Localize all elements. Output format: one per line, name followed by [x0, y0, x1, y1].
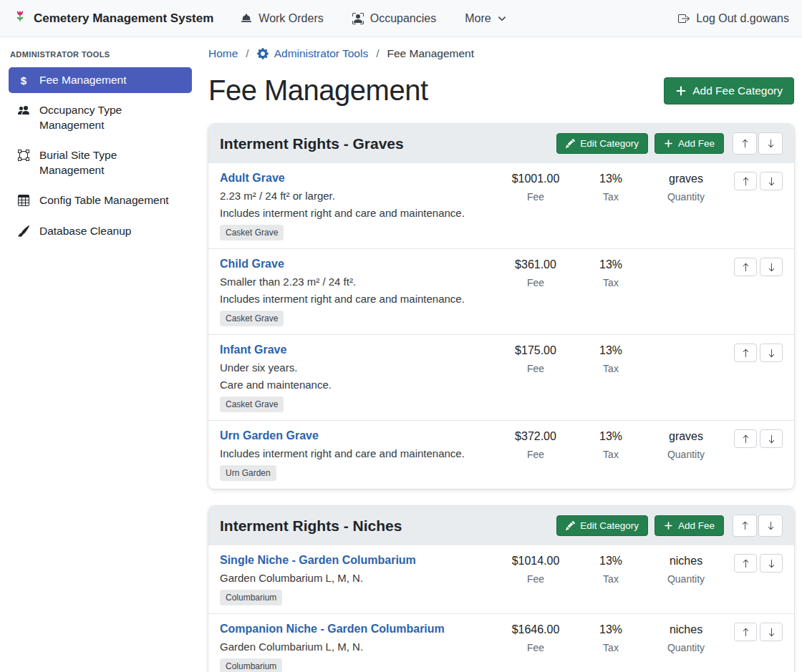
fee-type-badge: Columbarium — [220, 658, 282, 672]
fee-tax-col: 13% Tax — [575, 623, 647, 672]
fee-descriptions: Garden Columbarium L, M, N. — [220, 641, 496, 653]
sidebar-item-burial-site-type-management[interactable]: Burial Site Type Management — [9, 142, 192, 183]
move-category-down-button[interactable] — [758, 132, 783, 155]
table-icon — [17, 195, 30, 206]
main-content: Home / Administrator Tools / Fee Managem… — [200, 37, 802, 672]
arrow-down-icon — [767, 263, 776, 272]
nav-item-more[interactable]: More — [465, 12, 506, 25]
fee-amount-value: $361.00 — [496, 258, 575, 272]
arrow-down-icon — [767, 559, 776, 568]
move-fee-down-button[interactable] — [760, 554, 783, 573]
page-title: Fee Management — [208, 74, 428, 107]
move-category-down-button[interactable] — [758, 515, 783, 537]
breadcrumb: Home / Administrator Tools / Fee Managem… — [208, 47, 794, 60]
move-fee-up-button[interactable] — [734, 429, 757, 448]
arrow-down-icon — [766, 521, 776, 530]
plus-icon — [675, 85, 687, 97]
move-fee-down-button[interactable] — [760, 429, 783, 448]
fee-amount-value: $372.00 — [496, 429, 575, 444]
arrow-down-icon — [767, 177, 776, 186]
fee-amount-col: $1646.00 Fee — [496, 623, 575, 672]
sidebar: Administrator Tools $ Fee Management Occ… — [0, 37, 200, 672]
fee-name-link[interactable]: Infant Grave — [220, 344, 286, 356]
pencil-icon — [566, 521, 575, 530]
fee-reorder-group — [725, 623, 783, 672]
arrow-up-icon — [741, 263, 750, 272]
fee-description: Includes interment right and care and ma… — [220, 207, 496, 219]
fee-main: Child Grave Smaller than 2.23 m² / 24 ft… — [220, 258, 496, 326]
plus-icon — [664, 139, 673, 148]
edit-category-button[interactable]: Edit Category — [556, 515, 648, 536]
sidebar-heading: Administrator Tools — [10, 50, 190, 59]
add-fee-button[interactable]: Add Fee — [654, 133, 724, 154]
move-fee-down-button[interactable] — [760, 344, 783, 362]
plus-icon — [664, 521, 673, 530]
fee-description: Garden Columbarium L, M, N. — [220, 641, 496, 653]
category-title: Interment Rights - Graves — [220, 135, 556, 152]
fee-quantity-col: graves Quantity — [647, 172, 725, 240]
fee-amount-col: $1001.00 Fee — [496, 172, 575, 240]
fee-row: Companion Niche - Garden Columbarium Gar… — [208, 613, 794, 672]
sidebar-item-config-table-management[interactable]: Config Table Management — [9, 188, 192, 213]
add-fee-category-button[interactable]: Add Fee Category — [664, 77, 794, 104]
fee-amount-value: $1014.00 — [496, 554, 575, 568]
fee-reorder-group — [725, 429, 783, 481]
fee-tax-value: 13% — [575, 429, 647, 444]
fee-amount-value: $175.00 — [496, 344, 575, 358]
fee-list: Single Niche - Garden Columbarium Garden… — [208, 545, 794, 672]
move-fee-up-button[interactable] — [734, 554, 757, 573]
edit-category-label: Edit Category — [580, 520, 639, 531]
sidebar-item-occupancy-type-management[interactable]: Occupancy Type Management — [9, 97, 192, 138]
move-fee-down-button[interactable] — [760, 258, 783, 276]
fee-descriptions: Under six years.Care and maintenance. — [220, 361, 496, 391]
arrow-up-icon — [740, 139, 750, 148]
arrow-down-icon — [766, 139, 776, 148]
bounding-box-icon — [17, 150, 30, 161]
fee-quantity-label: Quantity — [647, 573, 725, 585]
move-fee-up-button[interactable] — [734, 344, 757, 362]
fee-name-link[interactable]: Companion Niche - Garden Columbarium — [220, 623, 445, 636]
move-fee-down-button[interactable] — [760, 172, 783, 190]
add-fee-label: Add Fee — [678, 138, 715, 149]
sidebar-item-label: Burial Site Type Management — [39, 148, 183, 177]
breadcrumb-admin-tools-link[interactable]: Administrator Tools — [257, 47, 369, 60]
fee-reorder-group — [725, 258, 783, 326]
nav-item-occupancies[interactable]: Occupancies — [352, 12, 437, 25]
fee-name-link[interactable]: Adult Grave — [220, 172, 285, 185]
arrow-down-icon — [767, 434, 776, 444]
app-title: Cemetery Management System — [34, 11, 213, 26]
sidebar-item-label: Fee Management — [39, 73, 127, 87]
fee-tax-value: 13% — [575, 623, 647, 637]
pencil-icon — [566, 139, 575, 148]
sidebar-item-fee-management[interactable]: $ Fee Management — [9, 67, 192, 93]
arrow-up-icon — [740, 521, 750, 530]
nav-item-work-orders[interactable]: Work Orders — [241, 12, 323, 25]
move-fee-down-button[interactable] — [760, 623, 783, 641]
breadcrumb-home-link[interactable]: Home — [208, 47, 238, 60]
edit-category-button[interactable]: Edit Category — [556, 133, 648, 154]
fee-name-link[interactable]: Single Niche - Garden Columbarium — [220, 554, 416, 567]
fee-name-link[interactable]: Child Grave — [220, 258, 284, 271]
move-fee-up-button[interactable] — [734, 258, 757, 276]
fee-amount-label: Fee — [496, 449, 575, 460]
move-fee-up-button[interactable] — [734, 172, 757, 190]
fee-quantity-col: niches Quantity — [647, 623, 725, 672]
move-category-up-button[interactable] — [733, 132, 757, 155]
fee-tax-col: 13% Tax — [575, 554, 647, 605]
fee-row: Child Grave Smaller than 2.23 m² / 24 ft… — [208, 248, 794, 334]
edit-category-label: Edit Category — [580, 138, 639, 149]
move-fee-up-button[interactable] — [734, 623, 757, 641]
sidebar-item-database-cleanup[interactable]: Database Cleanup — [9, 218, 192, 244]
fee-main: Companion Niche - Garden Columbarium Gar… — [220, 623, 496, 672]
category-reorder-group — [733, 132, 783, 155]
fee-name-link[interactable]: Urn Garden Grave — [220, 429, 319, 442]
fee-tax-label: Tax — [575, 191, 647, 203]
fee-row: Single Niche - Garden Columbarium Garden… — [208, 545, 794, 613]
logout-link[interactable]: Log Out d.gowans — [678, 12, 789, 25]
move-category-up-button[interactable] — [733, 515, 757, 537]
add-fee-button[interactable]: Add Fee — [654, 515, 724, 536]
page-head: Fee Management Add Fee Category — [208, 74, 794, 107]
app-brand[interactable]: Cemetery Management System — [13, 9, 213, 27]
nav-item-label: More — [465, 12, 491, 25]
fee-main: Infant Grave Under six years.Care and ma… — [220, 344, 496, 412]
